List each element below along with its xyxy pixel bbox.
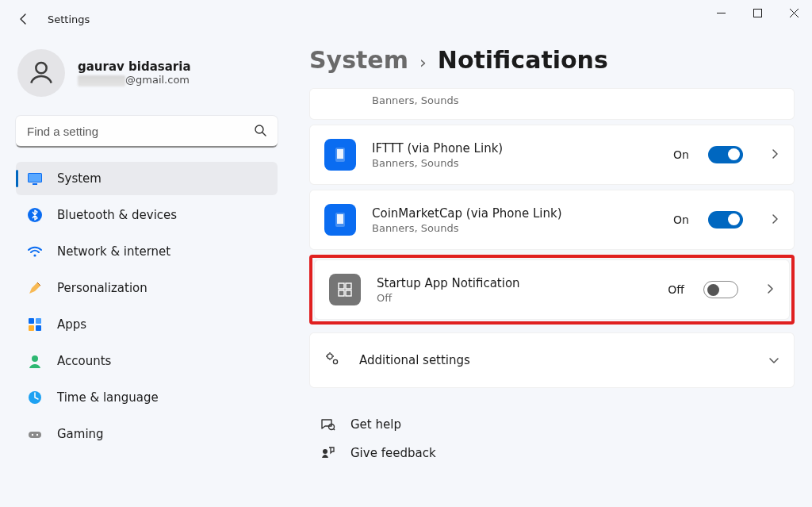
apps-icon xyxy=(27,317,43,332)
main-content: System › Notifications Banners, Sounds I… xyxy=(287,38,812,507)
sidebar-item-label: Gaming xyxy=(57,427,104,441)
sidebar-item-accounts[interactable]: Accounts xyxy=(16,344,278,378)
window-controls xyxy=(703,0,812,25)
search-wrap xyxy=(16,116,278,148)
svg-point-15 xyxy=(32,434,33,436)
toggle-state-label: On xyxy=(673,213,689,226)
sidebar-item-label: Accounts xyxy=(57,354,111,368)
wifi-icon xyxy=(27,244,43,259)
notification-row-partial[interactable]: Banners, Sounds xyxy=(309,88,795,120)
avatar xyxy=(17,49,65,97)
profile-block[interactable]: gaurav bidasaria @gmail.com xyxy=(13,44,281,108)
profile-text: gaurav bidasaria @gmail.com xyxy=(78,60,191,86)
sidebar-item-apps[interactable]: Apps xyxy=(16,308,278,341)
app-name: CoinMarketCap (via Phone Link) xyxy=(372,206,657,221)
bluetooth-icon xyxy=(27,207,43,223)
breadcrumb-current: Notifications xyxy=(438,46,608,74)
give-feedback-link[interactable]: Give feedback xyxy=(309,439,795,467)
svg-rect-0 xyxy=(753,9,761,17)
sidebar-item-network[interactable]: Network & internet xyxy=(16,235,278,268)
minimize-button[interactable] xyxy=(703,0,739,25)
toggle-switch[interactable] xyxy=(708,211,743,229)
svg-rect-18 xyxy=(337,149,343,159)
gamepad-icon xyxy=(27,426,43,442)
get-help-link[interactable]: Get help xyxy=(309,410,795,439)
chevron-right-icon xyxy=(765,282,775,298)
svg-rect-14 xyxy=(29,432,41,438)
sidebar-item-bluetooth[interactable]: Bluetooth & devices xyxy=(16,198,278,232)
sidebar-item-time-language[interactable]: Time & language xyxy=(16,381,278,414)
link-label: Give feedback xyxy=(350,446,436,460)
svg-rect-21 xyxy=(339,283,344,289)
search-icon xyxy=(254,124,266,140)
search-input[interactable] xyxy=(16,116,278,148)
svg-point-7 xyxy=(33,254,36,256)
footer-links: Get help Give feedback xyxy=(309,410,795,467)
svg-rect-24 xyxy=(346,290,351,296)
toggle-state-label: On xyxy=(673,148,689,161)
close-button[interactable] xyxy=(776,0,812,25)
app-icon xyxy=(329,274,361,305)
svg-point-25 xyxy=(327,354,332,359)
chevron-right-icon xyxy=(770,213,779,228)
help-icon xyxy=(319,417,336,432)
svg-rect-5 xyxy=(33,183,37,185)
app-sub: Banners, Sounds xyxy=(372,222,657,234)
window-title: Settings xyxy=(48,13,90,25)
phone-link-icon xyxy=(331,146,349,163)
app-sub: Banners, Sounds xyxy=(372,94,779,106)
additional-settings-label: Additional settings xyxy=(359,353,738,367)
feedback-icon xyxy=(319,445,336,461)
sidebar: gaurav bidasaria @gmail.com System xyxy=(0,38,287,507)
close-icon xyxy=(790,9,799,17)
minimize-icon xyxy=(717,9,726,17)
svg-rect-20 xyxy=(337,214,343,224)
sidebar-item-gaming[interactable]: Gaming xyxy=(16,417,278,451)
svg-point-2 xyxy=(255,125,263,133)
sidebar-item-label: Time & language xyxy=(57,390,159,405)
profile-email: @gmail.com xyxy=(78,74,191,86)
sidebar-item-personalization[interactable]: Personalization xyxy=(16,271,278,305)
sidebar-nav: System Bluetooth & devices Network & int… xyxy=(13,162,281,451)
toggle-switch[interactable] xyxy=(708,146,743,163)
account-icon xyxy=(27,353,43,369)
breadcrumb: System › Notifications xyxy=(309,46,795,74)
svg-rect-8 xyxy=(29,318,34,324)
sidebar-item-system[interactable]: System xyxy=(16,162,278,195)
svg-rect-11 xyxy=(36,325,41,331)
sidebar-item-label: Network & internet xyxy=(57,244,170,259)
svg-point-1 xyxy=(36,63,46,73)
toggle-state-label: Off xyxy=(668,283,684,296)
display-icon xyxy=(27,171,43,186)
notification-row-ifttt[interactable]: IFTTT (via Phone Link) Banners, Sounds O… xyxy=(309,125,795,185)
phone-link-icon xyxy=(331,211,349,229)
svg-point-28 xyxy=(323,449,327,454)
sidebar-item-label: System xyxy=(57,171,102,186)
chevron-right-icon xyxy=(770,148,779,163)
gears-icon xyxy=(324,351,340,370)
breadcrumb-parent[interactable]: System xyxy=(309,46,408,74)
toggle-switch[interactable] xyxy=(703,281,738,298)
app-sub: Banners, Sounds xyxy=(372,157,657,169)
link-label: Get help xyxy=(350,417,401,432)
notification-row-startup-app[interactable]: Startup App Notification Off Off xyxy=(314,259,790,320)
maximize-icon xyxy=(753,9,762,17)
email-redacted xyxy=(78,75,125,86)
back-button[interactable] xyxy=(10,5,38,33)
svg-rect-10 xyxy=(29,325,34,331)
app-sub: Off xyxy=(377,292,652,304)
titlebar: Settings xyxy=(0,0,812,38)
globe-clock-icon xyxy=(27,390,43,405)
svg-rect-9 xyxy=(36,318,41,324)
app-name: Startup App Notification xyxy=(377,276,652,290)
app-icon xyxy=(324,204,356,236)
sidebar-item-label: Bluetooth & devices xyxy=(57,208,177,222)
svg-point-12 xyxy=(32,355,38,362)
grid-icon xyxy=(336,281,354,298)
notification-row-coinmarketcap[interactable]: CoinMarketCap (via Phone Link) Banners, … xyxy=(309,190,795,250)
additional-settings-row[interactable]: Additional settings xyxy=(309,332,795,388)
maximize-button[interactable] xyxy=(739,0,776,25)
svg-rect-23 xyxy=(339,290,344,296)
breadcrumb-separator: › xyxy=(419,52,427,72)
sidebar-item-label: Personalization xyxy=(57,281,147,295)
